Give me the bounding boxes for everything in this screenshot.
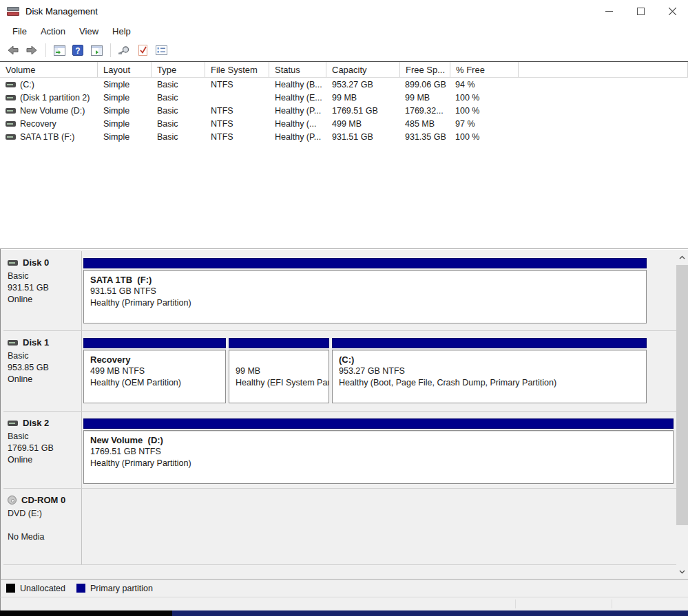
volume-name: (C:) (20, 80, 34, 89)
disk-1-label[interactable]: Disk 1 Basic 953.85 GB Online (3, 331, 82, 411)
disk-icon (8, 260, 18, 266)
partition-name: New Volume (D:) (90, 434, 673, 446)
menu-action[interactable]: Action (34, 24, 72, 39)
column-header-status[interactable]: Status (269, 62, 326, 77)
window-controls (593, 0, 688, 22)
volume-capacity: 1769.51 GB (326, 104, 400, 117)
scroll-up-button[interactable] (676, 251, 688, 263)
partition-sata-1tb-f[interactable]: SATA 1TB (F:) 931.51 GB NTFS Healthy (Pr… (83, 258, 647, 330)
partition-health: Healthy (Boot, Page File, Crash Dump, Pr… (339, 377, 646, 389)
taskbar-strip (0, 610, 688, 616)
primary-partition-swatch (76, 584, 85, 593)
volume-type: Basic (152, 91, 205, 104)
properties-button[interactable] (152, 42, 170, 59)
chevron-down-icon (679, 570, 685, 574)
partition-health: Healthy (Primary Partition) (90, 297, 646, 309)
chevron-up-icon (679, 255, 685, 259)
show-console-tree-button[interactable] (50, 42, 68, 59)
volume-drive-icon (6, 95, 16, 100)
partition-c[interactable]: (C:) 953.27 GB NTFS Healthy (Boot, Page … (332, 338, 647, 411)
disk-1-strip: Recovery 499 MB NTFS Healthy (OEM Partit… (83, 331, 647, 411)
volume-layout: Simple (98, 130, 152, 143)
minimize-button[interactable] (593, 0, 625, 22)
volume-row-recovery[interactable]: Recovery Simple Basic NTFS Healthy (... … (0, 117, 688, 130)
column-header-type[interactable]: Type (152, 62, 205, 77)
disk-2-label[interactable]: Disk 2 Basic 1769.51 GB Online (3, 412, 82, 488)
volume-row-disk1-partition2[interactable]: (Disk 1 partition 2) Simple Basic Health… (0, 91, 688, 104)
disk-state: No Media (8, 531, 79, 543)
volume-pct-free: 94 % (450, 78, 519, 91)
disk-icon (8, 421, 18, 426)
partition-box: (C:) 953.27 GB NTFS Healthy (Boot, Page … (332, 350, 647, 403)
status-bar (0, 597, 688, 610)
back-button[interactable] (4, 42, 22, 59)
column-header-capacity[interactable]: Capacity (326, 62, 400, 77)
partition-name: SATA 1TB (F:) (90, 274, 646, 286)
volume-row-new-volume-d[interactable]: New Volume (D:) Simple Basic NTFS Health… (0, 104, 688, 117)
disk-0-label[interactable]: Disk 0 Basic 931.51 GB Online (3, 251, 82, 330)
disk-size (8, 520, 79, 531)
help-icon: ? (72, 45, 83, 56)
scroll-down-button[interactable] (676, 566, 688, 577)
volume-free: 931.35 GB (400, 130, 450, 143)
volume-fs: NTFS (205, 117, 269, 130)
column-header-free-space[interactable]: Free Sp... (400, 62, 450, 77)
volume-row-sata-1tb-f[interactable]: SATA 1TB (F:) Simple Basic NTFS Healthy … (0, 130, 688, 143)
forward-button[interactable] (23, 42, 41, 59)
check-document-icon (138, 45, 148, 56)
disk-size: 1769.51 GB (8, 443, 79, 454)
maximize-button[interactable] (625, 0, 656, 22)
menu-view[interactable]: View (72, 24, 105, 39)
disk-size: 931.51 GB (8, 282, 79, 294)
volume-fs: NTFS (205, 104, 269, 117)
disk-size: 953.85 GB (8, 362, 79, 374)
column-header-empty (519, 62, 688, 77)
primary-partition-bar (83, 258, 647, 268)
disk-row-2: Disk 2 Basic 1769.51 GB Online New Volum… (3, 412, 688, 489)
disk-type: DVD (E:) (8, 508, 79, 520)
disk-type: Basic (8, 270, 79, 282)
primary-partition-bar (83, 338, 226, 348)
column-header-volume[interactable]: Volume (0, 62, 98, 77)
volume-type: Basic (152, 78, 205, 91)
vertical-scrollbar[interactable] (676, 251, 688, 577)
console-tree-icon (54, 45, 65, 56)
menu-file[interactable]: File (6, 24, 34, 39)
scrollbar-thumb[interactable] (676, 265, 688, 525)
cdrom-0-label[interactable]: CD-ROM 0 DVD (E:) No Media (3, 489, 82, 564)
partition-detail: 499 MB NTFS (90, 365, 225, 377)
partition-name: (C:) (339, 354, 646, 365)
close-button[interactable] (656, 0, 688, 22)
disk-state: Online (8, 454, 79, 466)
disk-name: Disk 0 (23, 257, 49, 268)
help-button[interactable]: ? (69, 42, 87, 59)
show-action-pane-button[interactable] (87, 42, 105, 59)
column-header-file-system[interactable]: File System (205, 62, 269, 77)
volume-free: 1769.32... (400, 104, 450, 117)
volume-layout: Simple (98, 78, 152, 91)
menu-help[interactable]: Help (105, 24, 138, 39)
volume-drive-icon (6, 82, 16, 87)
rescan-disks-button[interactable] (115, 42, 133, 59)
volume-fs: NTFS (205, 130, 269, 143)
volume-layout: Simple (98, 104, 152, 117)
column-header-layout[interactable]: Layout (98, 62, 152, 77)
volume-status: Healthy (... (269, 117, 326, 130)
disk-row-0: Disk 0 Basic 931.51 GB Online SATA 1TB (… (3, 251, 688, 331)
partition-efi-system[interactable]: 99 MB Healthy (EFI System Par (229, 338, 329, 411)
primary-partition-bar (83, 418, 674, 429)
partition-health: Healthy (Primary Partition) (90, 458, 673, 469)
volume-status: Healthy (B... (269, 78, 326, 91)
partition-new-volume-d[interactable]: New Volume (D:) 1769.51 GB NTFS Healthy … (83, 418, 674, 488)
volume-drive-icon (6, 121, 16, 127)
volume-row-c[interactable]: (C:) Simple Basic NTFS Healthy (B... 953… (0, 78, 688, 91)
partition-detail: 1769.51 GB NTFS (90, 446, 673, 458)
volume-name: Recovery (20, 119, 56, 129)
legend-bar: Unallocated Primary partition (0, 579, 688, 597)
volume-drive-icon (6, 108, 16, 114)
volume-capacity: 931.51 GB (326, 130, 400, 143)
column-header-percent-free[interactable]: % Free (450, 62, 519, 77)
volume-drive-icon (6, 134, 16, 140)
partition-recovery[interactable]: Recovery 499 MB NTFS Healthy (OEM Partit… (83, 338, 226, 411)
check-volume-button[interactable] (134, 42, 152, 59)
